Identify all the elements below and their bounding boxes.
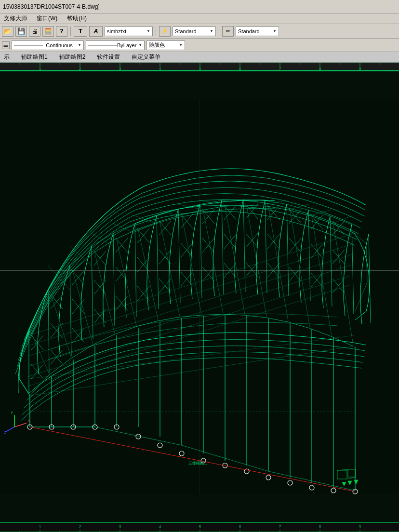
calc-icon: 🧮 [44,27,52,35]
svg-text:8: 8 [319,524,321,529]
separator-1 [70,27,71,36]
svg-text:3: 3 [119,524,121,529]
print-button[interactable]: 🖨 [29,26,40,37]
style-dropdown-1[interactable]: Standard ▼ [173,27,216,36]
svg-text:5: 5 [199,524,201,529]
svg-text:7: 7 [279,66,281,70]
svg-text:6: 6 [239,66,241,70]
folder-icon: 📂 [4,27,12,35]
font-dropdown-arrow: ▼ [146,29,150,33]
linetype-dropdown[interactable]: —————— Continuous ▼ [12,40,84,50]
edit-button[interactable]: ✏ [222,26,234,37]
text-icon: T [79,27,82,35]
color-label: 随颜色 [149,41,165,49]
menu-bar-2: 示 辅助绘图1 辅助绘图2 软件设置 自定义菜单 [0,52,399,63]
svg-text:4: 4 [159,524,161,529]
edit-icon: ✏ [226,28,230,34]
svg-text:6: 6 [239,524,241,529]
help-button[interactable]: ? [56,26,67,37]
menu-bar-1: 文修大师 窗口(W) 帮助(H) [0,13,399,24]
top-ruler: 1 2 3 4 5 6 7 8 9 [0,63,399,71]
linetype-arrow: ▼ [78,43,81,47]
help-icon: ? [60,28,63,35]
top-ruler-svg: 1 2 3 4 5 6 7 8 9 [0,63,399,70]
menu2-aux1[interactable]: 辅助绘图1 [19,53,50,61]
bylayer-arrow: ▼ [138,43,142,47]
bylayer-dropdown[interactable]: —————— ByLayer ▼ [86,40,145,50]
menu-window[interactable]: 窗口(W) [35,14,59,23]
svg-text:7: 7 [279,524,281,529]
separator-2 [156,27,156,36]
svg-text:1: 1 [39,524,41,529]
drafting-icon: ⚡ [161,28,168,34]
svg-text:Y: Y [11,411,13,415]
bylayer-label: ByLayer [117,42,136,48]
calc-button[interactable]: 🧮 [42,26,54,37]
bottom-ruler: 1 2 3 4 5 6 7 8 9 [0,522,399,532]
title-bar: 15\03830137DR1004ST007-4-B.dwg] [0,0,399,13]
svg-text:8: 8 [319,66,321,70]
separator-3 [219,27,219,36]
menu2-custom[interactable]: 自定义菜单 [130,53,162,61]
chrome-area: 15\03830137DR1004ST007-4-B.dwg] 文修大师 窗口(… [0,0,399,71]
menu-wenxiu[interactable]: 文修大师 [2,14,29,23]
style-dropdown-1-value: Standard [175,28,197,34]
title-text: 15\03830137DR1004ST007-4-B.dwg] [3,3,100,10]
print-icon: 🖨 [32,27,38,35]
style-dropdown-2-value: Standard [238,28,260,34]
font-dropdown[interactable]: simhztxt ▼ [105,27,153,36]
svg-text:4: 4 [159,66,161,70]
style-dropdown-1-arrow: ▼ [210,29,213,33]
annotate-button[interactable]: A [89,26,103,37]
color-arrow: ▼ [179,43,183,47]
menu2-show[interactable]: 示 [2,53,12,61]
cad-drawing-svg: 三维模拟... X Y Z [0,71,399,522]
bottom-ruler-svg: 1 2 3 4 5 6 7 8 9 [0,523,399,532]
linetype-label: Continuous [46,42,73,48]
save-icon: 💾 [17,27,25,35]
svg-text:9: 9 [359,524,361,529]
svg-text:1: 1 [39,66,41,70]
svg-text:Z: Z [4,430,6,435]
annotate-icon: A [93,27,98,35]
cad-viewport[interactable]: 三维模拟... X Y Z [0,71,399,522]
color-dropdown[interactable]: 随颜色 ▼ [146,40,185,50]
style-dropdown-2-arrow: ▼ [273,29,277,33]
folder-button[interactable]: 📂 [2,26,13,37]
drafting-button[interactable]: ⚡ [159,26,171,37]
menu-help[interactable]: 帮助(H) [65,14,89,23]
toolbar-row-1: 📂 💾 🖨 🧮 ? T A simhztxt [0,24,399,39]
svg-text:X: X [27,419,30,423]
font-dropdown-value: simhztxt [107,28,126,34]
svg-text:9: 9 [359,66,361,70]
svg-text:2: 2 [79,524,81,529]
svg-text:5: 5 [199,66,201,70]
style-dropdown-2[interactable]: Standard ▼ [236,27,279,36]
svg-text:三维模拟...: 三维模拟... [188,461,207,466]
svg-text:3: 3 [119,66,121,70]
save-button[interactable]: 💾 [15,26,27,37]
menu2-aux2[interactable]: 辅助绘图2 [57,53,88,61]
text-button[interactable]: T [74,26,87,37]
menu2-settings[interactable]: 软件设置 [95,53,122,61]
toolbar-row-2: ▬ —————— Continuous ▼ —————— ByLayer ▼ 随… [0,39,399,52]
layer-icon: ▬ [2,41,10,49]
svg-text:2: 2 [79,66,81,70]
main-window: 15\03830137DR1004ST007-4-B.dwg] 文修大师 窗口(… [0,0,399,532]
